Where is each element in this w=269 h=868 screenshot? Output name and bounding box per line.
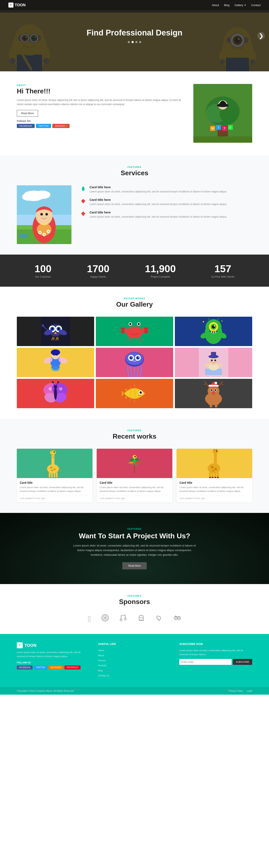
footer-copyright: Copyright © 2016 Company Name. All Right… bbox=[17, 690, 74, 692]
svg-rect-204 bbox=[53, 457, 54, 458]
twitter-button[interactable]: TWITTER bbox=[36, 124, 51, 128]
svg-point-53 bbox=[217, 104, 228, 107]
footer-blogger-button[interactable]: BLOGGER bbox=[49, 665, 63, 670]
gallery-item-5[interactable] bbox=[96, 348, 173, 377]
logo-text: TOON bbox=[15, 3, 26, 7]
svg-rect-62 bbox=[193, 136, 252, 143]
nav-gallery[interactable]: Gallery ▼ bbox=[235, 4, 246, 7]
svg-rect-206 bbox=[51, 450, 52, 452]
svg-point-205 bbox=[50, 451, 56, 455]
services-section: FEATURES Services bbox=[0, 155, 269, 254]
nav-blog[interactable]: Blog bbox=[224, 4, 230, 7]
svg-point-67 bbox=[22, 193, 35, 200]
sponsors-label: FEATURES bbox=[17, 594, 252, 597]
works-grid: Card title Lorem ipsum dolor sit amet, c… bbox=[17, 449, 252, 502]
about-right: W I T C bbox=[193, 84, 252, 143]
nav-about[interactable]: About bbox=[212, 4, 219, 7]
svg-point-181 bbox=[57, 381, 59, 383]
cta-button[interactable]: Read More bbox=[122, 562, 146, 569]
hero-text: Find Professional Design bbox=[0, 28, 269, 43]
svg-point-185 bbox=[141, 392, 142, 393]
navbar: T TOON About Blog Gallery ▼ Contact bbox=[0, 0, 269, 10]
footer-brand-text: Lorem ipsum dolor sit amet, consectetur … bbox=[17, 650, 90, 658]
hero-dot-2[interactable] bbox=[132, 41, 134, 43]
diamond-icon bbox=[80, 198, 87, 205]
stat-customers: 100 Our Customer bbox=[35, 263, 52, 278]
svg-point-165 bbox=[210, 361, 212, 363]
hero-dot-3[interactable] bbox=[135, 41, 137, 43]
footer-link-portfolio[interactable]: Portfolio bbox=[98, 664, 107, 667]
gallery-item-3[interactable]: ✦ ✦ bbox=[175, 317, 252, 346]
footer-privacy-link[interactable]: Privacy Policy bbox=[229, 690, 243, 692]
footer-link-home[interactable]: Home bbox=[98, 649, 104, 652]
work-card-2-body: Card title Lorem ipsum dolor sit amet, c… bbox=[97, 478, 172, 502]
svg-point-196 bbox=[212, 391, 215, 394]
gallery-item-4[interactable] bbox=[17, 348, 94, 377]
subscribe-email-input[interactable] bbox=[179, 659, 232, 665]
svg-rect-191 bbox=[209, 385, 219, 386]
footer-link-blog[interactable]: Blog bbox=[98, 669, 103, 672]
work-card-1-title: Card title bbox=[20, 481, 89, 484]
gallery-item-6[interactable] bbox=[175, 348, 252, 377]
footer-bottom: Copyright © 2016 Company Name. All Right… bbox=[0, 687, 269, 695]
recent-works-header: FEATURED Recent works bbox=[17, 429, 252, 440]
footer-follow-label: FOLLOW US bbox=[17, 661, 90, 664]
googleplus-button[interactable]: GOOGLE + bbox=[52, 124, 69, 128]
svg-point-210 bbox=[47, 464, 59, 473]
footer-subscribe-title: SUBSCRIBE NOW bbox=[179, 642, 252, 646]
svg-point-72 bbox=[41, 213, 43, 216]
footer-legal-link[interactable]: Legal bbox=[246, 690, 252, 692]
svg-marker-83 bbox=[81, 199, 85, 204]
hero-section: Find Professional Design ❯ bbox=[0, 0, 269, 71]
gallery-item-7[interactable] bbox=[17, 379, 94, 408]
nav-logo[interactable]: T TOON bbox=[8, 2, 26, 7]
svg-point-112 bbox=[121, 328, 125, 330]
gallery-item-8[interactable] bbox=[96, 379, 173, 408]
subscribe-button[interactable]: SUBSCRIBE bbox=[233, 659, 252, 665]
svg-point-232 bbox=[217, 451, 217, 451]
gallery-item-9[interactable] bbox=[175, 379, 252, 408]
nav-contact[interactable]: Contact bbox=[251, 4, 261, 7]
svg-point-223 bbox=[134, 456, 136, 457]
services-label: FEATURES bbox=[17, 166, 252, 168]
stat-projects-number: 11,900 bbox=[145, 263, 176, 275]
svg-point-234 bbox=[211, 466, 214, 468]
hero-dot-4[interactable] bbox=[139, 41, 141, 43]
svg-point-177 bbox=[54, 385, 57, 389]
read-more-button[interactable]: Read More bbox=[17, 110, 38, 117]
hero-dot-1[interactable] bbox=[128, 41, 130, 43]
services-header: FEATURES Services bbox=[17, 166, 252, 177]
footer-subscribe-text: Lorem ipsum dolor sit amet, consectetur … bbox=[179, 649, 252, 656]
work-card-1-image bbox=[17, 449, 92, 478]
service-card-1-title: Card title here bbox=[89, 185, 227, 189]
svg-point-78 bbox=[39, 232, 41, 234]
cta-title: Want To Start A Project With Us? bbox=[17, 532, 252, 540]
svg-rect-242 bbox=[212, 477, 214, 478]
stat-projects: 11,900 Project Complete bbox=[145, 263, 176, 278]
sponsor-music-icon bbox=[119, 614, 127, 623]
footer-links-list: Home About Service Portfolio Blog Contac… bbox=[98, 649, 171, 677]
footer-link-service[interactable]: Service bbox=[98, 659, 106, 662]
svg-point-115 bbox=[144, 328, 148, 330]
chevron-down-icon: ▼ bbox=[244, 4, 246, 6]
facebook-button[interactable]: FACEBOOK bbox=[17, 124, 35, 128]
work-card-3: Card title Lorem ipsum dolor sit amet, c… bbox=[177, 449, 252, 502]
cta-text: Lorem ipsum dolor sit amet, consectetur … bbox=[72, 543, 197, 557]
footer-link-contact[interactable]: Contact Us bbox=[98, 674, 109, 677]
gallery-item-2[interactable] bbox=[96, 317, 173, 346]
gallery-item-1[interactable] bbox=[17, 317, 94, 346]
footer-pinterest-button[interactable]: PINTEREST bbox=[64, 665, 80, 670]
footer-facebook-button[interactable]: FACEBOOK bbox=[17, 665, 33, 670]
svg-rect-243 bbox=[214, 477, 216, 478]
footer: T TOON Lorem ipsum dolor sit amet, conse… bbox=[0, 634, 269, 687]
svg-point-156 bbox=[138, 357, 139, 358]
sponsor-coffee-icon bbox=[101, 614, 109, 623]
work-card-2-title: Card title bbox=[100, 481, 169, 484]
hero-next-arrow[interactable]: ❯ bbox=[257, 32, 265, 39]
footer-link-about[interactable]: About bbox=[98, 654, 104, 657]
svg-point-81 bbox=[18, 233, 28, 238]
svg-point-251 bbox=[141, 617, 142, 618]
footer-twitter-button[interactable]: TWITTER bbox=[34, 665, 47, 670]
recent-works-section: FEATURED Recent works bbox=[0, 419, 269, 513]
svg-point-231 bbox=[216, 451, 217, 452]
